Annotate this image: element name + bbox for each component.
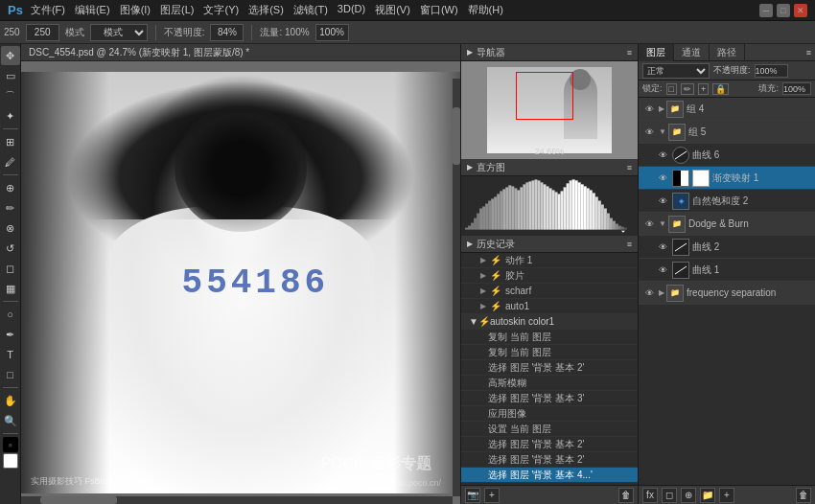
- menu-select[interactable]: 选择(S): [248, 3, 284, 17]
- shape-tool[interactable]: □: [1, 365, 20, 384]
- layer-freq-sep[interactable]: 👁 ▶ 📁 frequency separation: [639, 282, 815, 305]
- layer-vis-vibrance2[interactable]: 👁: [656, 195, 669, 208]
- histogram-menu-icon[interactable]: ≡: [627, 163, 632, 172]
- history-item-5[interactable]: 复制 当前 图层: [461, 330, 638, 345]
- clone-tool[interactable]: ⊗: [1, 218, 20, 238]
- layer-vis-curves2[interactable]: 👁: [656, 241, 669, 254]
- history-item-9[interactable]: 选择 图层 '背景 基本 3': [461, 391, 638, 406]
- eraser-tool[interactable]: ◻: [1, 259, 20, 278]
- layers-menu-icon[interactable]: ≡: [806, 48, 811, 57]
- group4-arrow[interactable]: ▶: [659, 104, 664, 113]
- menu-file[interactable]: 文件(F): [31, 3, 65, 17]
- foreground-color[interactable]: ■: [3, 437, 18, 452]
- history-item-2[interactable]: ▶ ⚡ scharf: [461, 284, 638, 299]
- group5-arrow[interactable]: ▼: [659, 127, 666, 136]
- menu-layer[interactable]: 图层(L): [160, 3, 194, 17]
- menu-view[interactable]: 视图(V): [375, 3, 410, 17]
- magic-wand-tool[interactable]: ✦: [1, 106, 20, 126]
- layer-fx-btn[interactable]: fx: [642, 488, 658, 503]
- navigator-menu-icon[interactable]: ≡: [627, 48, 632, 57]
- opacity-value[interactable]: [755, 64, 788, 78]
- layer-vis-gradient1[interactable]: 👁: [656, 172, 669, 185]
- menu-text[interactable]: 文字(Y): [203, 3, 239, 17]
- blend-mode-select[interactable]: 模式: [90, 24, 148, 41]
- dodgeburn-arrow[interactable]: ▼: [659, 219, 666, 228]
- history-item-7[interactable]: 选择 图层 '背景 基本 2': [461, 360, 638, 376]
- menu-help[interactable]: 帮助(H): [468, 3, 503, 17]
- history-brush-tool[interactable]: ↺: [1, 239, 20, 258]
- history-item-0[interactable]: ▶ ⚡ 动作 1: [461, 253, 638, 268]
- canvas-scrollbar-vertical[interactable]: [453, 79, 460, 496]
- navigator-header[interactable]: ▶ 导航器 ≡: [461, 44, 638, 61]
- marquee-tool[interactable]: ▭: [1, 66, 20, 85]
- canvas-scrollbar-v-thumb[interactable]: [453, 107, 460, 165]
- layer-vis-group4[interactable]: 👁: [642, 103, 656, 116]
- layer-curves-1[interactable]: 👁 曲线 1: [639, 259, 815, 282]
- layer-new-btn[interactable]: +: [719, 488, 734, 503]
- history-group-4[interactable]: ▼ ⚡ autoskin color1: [461, 314, 638, 330]
- layer-group-btn[interactable]: 📁: [700, 488, 715, 503]
- layers-tab-menu[interactable]: ≡: [806, 44, 815, 60]
- menu-edit[interactable]: 编辑(E): [75, 3, 110, 17]
- history-menu-icon[interactable]: ≡: [627, 240, 632, 249]
- close-button[interactable]: ✕: [794, 4, 807, 17]
- history-item-11[interactable]: 设置 当前 图层: [461, 422, 638, 437]
- layer-group-5[interactable]: 👁 ▼ 📁 组 5: [639, 121, 815, 144]
- menu-3d[interactable]: 3D(D): [338, 3, 365, 17]
- history-item-12[interactable]: 选择 图层 '背景 基本 2': [461, 437, 638, 452]
- layer-curves-2[interactable]: 👁 曲线 2: [639, 236, 815, 259]
- layer-mask-btn[interactable]: ◻: [662, 488, 677, 503]
- canvas-tab[interactable]: DSC_4554.psd @ 24.7% (新变映射 1, 图层蒙版/8) *: [21, 44, 460, 61]
- history-item-6[interactable]: 复制 当前 图层: [461, 345, 638, 360]
- eyedropper-tool[interactable]: 🖉: [1, 152, 20, 172]
- history-header[interactable]: ▶ 历史记录 ≡: [461, 236, 638, 253]
- canvas-scrollbar-horizontal[interactable]: [21, 496, 453, 504]
- healing-tool[interactable]: ⊕: [1, 178, 20, 197]
- layer-curves-6[interactable]: 👁 曲线 6: [639, 144, 815, 167]
- canvas-content[interactable]: 554186 POCO 摄影专题 http://photo.poco.cn/ 实…: [21, 61, 460, 504]
- maximize-button[interactable]: □: [777, 4, 790, 17]
- history-item-3[interactable]: ▶ ⚡ auto1: [461, 299, 638, 314]
- history-new-btn[interactable]: +: [484, 488, 500, 503]
- tab-layers[interactable]: 图层: [639, 44, 674, 61]
- brush-size-input[interactable]: [26, 24, 59, 41]
- history-item-8[interactable]: 高斯模糊: [461, 376, 638, 391]
- hand-tool[interactable]: ✋: [1, 391, 20, 410]
- zoom-tool[interactable]: 🔍: [1, 411, 20, 430]
- layer-vis-freqsep[interactable]: 👁: [642, 286, 656, 300]
- flow-input[interactable]: [315, 24, 349, 41]
- history-item-14[interactable]: 选择 图层 '背景 基本 4...': [461, 468, 638, 483]
- menu-filter[interactable]: 滤镜(T): [293, 3, 328, 17]
- fill-value[interactable]: [782, 82, 811, 95]
- history-item-13[interactable]: 选择 图层 '背景 基本 2': [461, 452, 638, 468]
- pen-tool[interactable]: ✒: [1, 325, 20, 344]
- layer-gradient-1[interactable]: 👁 渐变映射 1: [639, 167, 815, 190]
- layer-vis-group5[interactable]: 👁: [642, 126, 656, 139]
- lock-all[interactable]: 🔒: [712, 83, 729, 95]
- blend-mode-select[interactable]: 正常: [642, 63, 710, 79]
- menu-image[interactable]: 图像(I): [120, 3, 151, 17]
- histogram-header[interactable]: ▶ 直方图 ≡: [461, 159, 638, 176]
- brush-tool[interactable]: ✏: [1, 198, 20, 218]
- move-tool[interactable]: ✥: [1, 46, 20, 65]
- layer-delete-btn[interactable]: 🗑: [796, 488, 811, 503]
- canvas-scrollbar-h-thumb[interactable]: [40, 496, 117, 504]
- lock-transparent[interactable]: □: [666, 83, 677, 95]
- history-delete-btn[interactable]: 🗑: [618, 488, 634, 503]
- dodge-tool[interactable]: ○: [1, 305, 20, 324]
- gradient-tool[interactable]: ▦: [1, 279, 20, 298]
- lock-brush[interactable]: ✏: [681, 83, 694, 95]
- layer-vis-dodgeburn[interactable]: 👁: [642, 218, 656, 231]
- history-item-10[interactable]: 应用图像: [461, 406, 638, 422]
- opacity-input[interactable]: [210, 24, 244, 41]
- menu-window[interactable]: 窗口(W): [420, 3, 458, 17]
- layer-dodge-burn[interactable]: 👁 ▼ 📁 Dodge & Burn: [639, 213, 815, 236]
- lasso-tool[interactable]: ⌒: [1, 86, 20, 105]
- freqsep-arrow[interactable]: ▶: [659, 288, 664, 297]
- background-color[interactable]: □: [3, 453, 18, 469]
- layer-vis-curves6[interactable]: 👁: [656, 149, 669, 162]
- layer-vis-curves1[interactable]: 👁: [656, 263, 669, 277]
- layer-vibrance-2[interactable]: 👁 ◈ 自然饱和度 2: [639, 190, 815, 213]
- layer-adjust-btn[interactable]: ⊕: [681, 488, 696, 503]
- tab-paths[interactable]: 路径: [710, 44, 745, 61]
